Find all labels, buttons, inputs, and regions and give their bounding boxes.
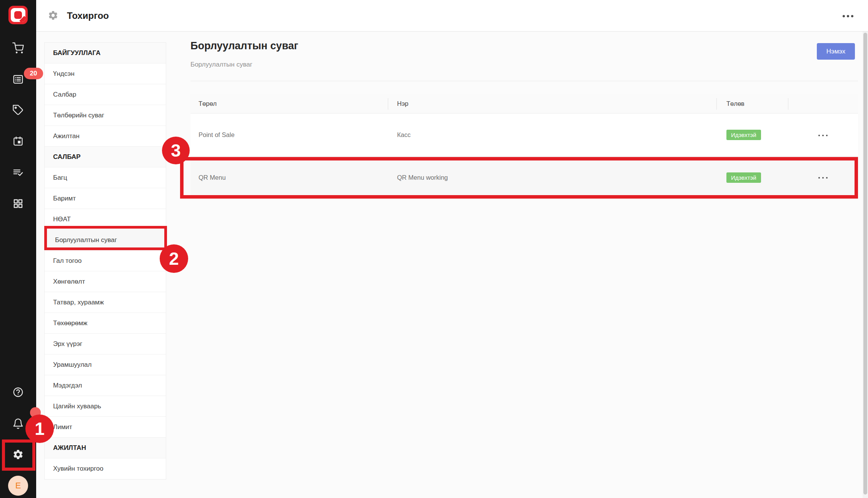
- annotation-step-1: 1: [25, 414, 54, 443]
- sidebar-section-ajiltan: АЖИЛТАН: [45, 438, 166, 458]
- avatar[interactable]: E: [8, 476, 28, 496]
- sidebar-item-ajiltan[interactable]: Ажилтан: [45, 126, 166, 147]
- table-row[interactable]: QR Menu QR Menu working Идэвхтэй: [190, 157, 858, 198]
- bell-icon[interactable]: [12, 418, 24, 429]
- sidebar-item-noat[interactable]: НӨАТ: [45, 209, 166, 230]
- sidebar-item-uramshuulal[interactable]: Урамшуулал: [45, 354, 166, 375]
- tag-icon[interactable]: [12, 104, 24, 116]
- sidebar-section-salbar: САЛБАР: [45, 147, 166, 167]
- cart-icon[interactable]: [12, 42, 24, 54]
- sidebar-item-barimt[interactable]: Баримт: [45, 188, 166, 209]
- cell-type: Point of Sale: [190, 114, 388, 156]
- cell-type: QR Menu: [190, 157, 388, 198]
- orders-icon[interactable]: [12, 74, 24, 85]
- settings-gear-icon: [48, 10, 58, 21]
- sales-channel-table: Төрөл Нэр Төлөв Point of Sale Касс Идэвх…: [190, 94, 858, 198]
- content-title: Борлуулалтын суваг: [190, 40, 298, 52]
- gear-icon[interactable]: [12, 449, 24, 460]
- sidebar-item-khuviin-tokhirgoo[interactable]: Хувийн тохиргоо: [45, 458, 166, 479]
- sidebar-item-limit[interactable]: Лимит: [45, 417, 166, 438]
- settings-menu: БАЙГУУЛЛАГА Үндсэн Салбар Төлбөрийн сува…: [44, 42, 166, 480]
- scrollbar-track: [863, 32, 868, 498]
- orders-count-badge: 20: [24, 68, 43, 79]
- sidebar-item-salbar[interactable]: Салбар: [45, 84, 166, 105]
- annotation-step-3: 3: [162, 137, 190, 164]
- sidebar-item-undsen[interactable]: Үндсэн: [45, 64, 166, 84]
- status-badge: Идэвхтэй: [726, 130, 761, 140]
- annotation-step-2: 2: [160, 244, 188, 273]
- table-row[interactable]: Point of Sale Касс Идэвхтэй: [190, 114, 858, 157]
- column-header-name: Нэр: [388, 94, 716, 113]
- row-actions-button[interactable]: [817, 174, 829, 181]
- help-icon[interactable]: [12, 386, 24, 398]
- page-header: Тохиргоо: [36, 0, 868, 32]
- sidebar-item-erkh-uureg[interactable]: Эрх үүрэг: [45, 334, 166, 354]
- column-header-actions: [788, 94, 858, 113]
- add-button[interactable]: Нэмэх: [817, 43, 855, 60]
- scrollbar-thumb[interactable]: [863, 33, 867, 495]
- sidebar-item-tatvar-khuraamj[interactable]: Татвар, хураамж: [45, 292, 166, 313]
- sidebar-item-tokhoeoeroemj[interactable]: Төхөөрөмж: [45, 313, 166, 334]
- app-root: 20 E Тохиргоо БАЙГУУЛЛАГА Үндсэн Салбар …: [0, 0, 868, 498]
- content-divider: [190, 81, 858, 81]
- cell-name: Касс: [388, 114, 716, 156]
- sidebar-section-baiguullaga: БАЙГУУЛЛАГА: [45, 43, 166, 64]
- page-title: Тохиргоо: [67, 0, 109, 32]
- sidebar-item-tsagiin-khuvaari[interactable]: Цагийн хуваарь: [45, 396, 166, 417]
- cell-name: QR Menu working: [388, 157, 716, 198]
- sidebar-item-khongolelt[interactable]: Хөнгөлөлт: [45, 271, 166, 292]
- more-options-button[interactable]: [841, 12, 854, 19]
- status-badge: Идэвхтэй: [726, 172, 761, 183]
- grid-icon[interactable]: [12, 198, 24, 209]
- app-logo-core: [14, 11, 22, 19]
- sidebar-item-gal-togoo[interactable]: Гал тогоо: [45, 251, 166, 271]
- sidebar-item-medegdel[interactable]: Мэдэгдэл: [45, 375, 166, 396]
- content-subtitle: Борлуулалтын суваг: [190, 61, 252, 69]
- table-header-row: Төрөл Нэр Төлөв: [190, 94, 858, 114]
- sidebar-item-bagts[interactable]: Багц: [45, 167, 166, 188]
- column-header-status: Төлөв: [716, 94, 788, 113]
- app-logo-inner: [11, 8, 25, 22]
- avatar-initial: E: [15, 481, 21, 491]
- app-logo[interactable]: [8, 6, 28, 24]
- list-check-icon[interactable]: [12, 167, 24, 179]
- sidebar-item-borluulaltyn-suvag[interactable]: Борлуулалтын суваг: [45, 230, 166, 251]
- row-actions-button[interactable]: [817, 131, 829, 139]
- sidebar-item-tolboriin-suvag[interactable]: Төлбөрийн суваг: [45, 105, 166, 126]
- calendar-icon[interactable]: [12, 135, 24, 147]
- column-header-type: Төрөл: [190, 94, 388, 113]
